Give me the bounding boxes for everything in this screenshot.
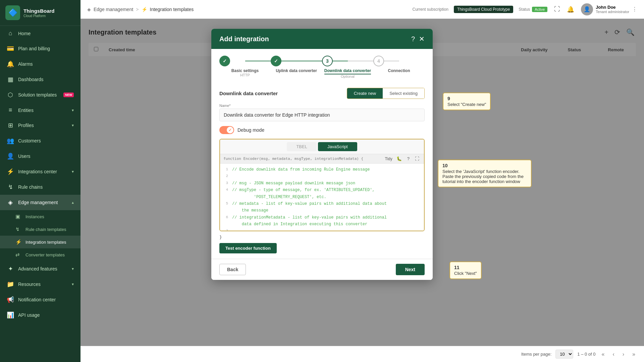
- sidebar-item-dashboards[interactable]: ▦ Dashboards: [0, 72, 80, 87]
- code-line: 4 // msgType - type of message, for ex. …: [220, 187, 424, 193]
- step-1-circle: ✓: [219, 56, 230, 66]
- user-name: John Doe: [596, 5, 629, 10]
- resources-icon: 📁: [7, 281, 14, 288]
- last-page-button[interactable]: »: [630, 351, 637, 358]
- sidebar-sub-item-instances[interactable]: ▣ Instances: [0, 210, 80, 223]
- sidebar-item-users[interactable]: 👤 Users: [0, 148, 80, 164]
- subscription-label: Current subscription: [413, 7, 448, 12]
- downlink-section-header: Downlink data converter Create new Selec…: [219, 88, 425, 99]
- sidebar-item-plan-billing[interactable]: 💳 Plan and billing: [0, 41, 80, 56]
- step-3-circle: 3: [322, 56, 333, 66]
- dialog-header: Add integration ? ✕: [211, 29, 433, 49]
- tbel-tab[interactable]: TBEL: [287, 142, 317, 151]
- callout-9: 9 Select "Create new": [443, 93, 491, 110]
- back-button[interactable]: Back: [219, 264, 246, 275]
- prev-page-button[interactable]: ‹: [610, 351, 616, 358]
- integration-tmpl-icon: ⚡: [15, 239, 22, 245]
- chevron-down-icon: ▾: [72, 123, 74, 128]
- sidebar-item-home[interactable]: ⌂ Home: [0, 26, 80, 41]
- sidebar-item-label: Plan and billing: [18, 46, 74, 51]
- next-page-button[interactable]: ›: [621, 351, 626, 358]
- user-info[interactable]: 👤 John Doe Tenant administrator ⋮: [581, 3, 637, 15]
- test-encoder-button[interactable]: Test encoder function: [219, 243, 277, 253]
- items-per-page-select[interactable]: 10 25 50: [555, 350, 573, 359]
- sidebar-item-solution-templates[interactable]: ⬡ Solution templates NEW: [0, 87, 80, 103]
- dialog-help-button[interactable]: ?: [411, 35, 415, 43]
- debug-toggle[interactable]: ✓: [219, 126, 234, 134]
- plan-icon: 💳: [7, 45, 14, 52]
- select-existing-button[interactable]: Select existing: [383, 88, 424, 99]
- modal-overlay: Add integration ? ✕ ✓ Basic settings: [80, 19, 644, 346]
- sidebar-item-api-usage[interactable]: 📊 API usage: [0, 307, 80, 323]
- home-icon: ⌂: [7, 30, 14, 37]
- add-integration-dialog: Add integration ? ✕ ✓ Basic settings: [211, 29, 433, 280]
- toggle-knob: ✓: [227, 127, 233, 133]
- step-2: ✓ Uplink data converter: [271, 56, 322, 73]
- next-button[interactable]: Next: [396, 264, 425, 275]
- dialog-title: Add integration: [219, 35, 269, 43]
- sidebar-item-advanced-features[interactable]: ✦ Advanced features ▾: [0, 261, 80, 277]
- sidebar-item-label: Resources: [18, 282, 68, 287]
- customers-icon: 👥: [7, 137, 14, 144]
- code-tabs: TBEL JavaScript: [220, 139, 424, 154]
- name-input[interactable]: [219, 109, 425, 121]
- javascript-tab[interactable]: JavaScript: [318, 142, 357, 151]
- fullscreen-button[interactable]: ⛶: [553, 4, 561, 14]
- first-page-button[interactable]: «: [600, 351, 607, 358]
- check-icon: ✓: [228, 128, 232, 132]
- stepper: ✓ Basic settings HTTP ✓ Uplink data conv…: [211, 49, 433, 82]
- sidebar-item-label: Profiles: [18, 123, 68, 128]
- step-1: ✓ Basic settings HTTP: [219, 56, 271, 77]
- create-new-button[interactable]: Create new: [347, 88, 383, 99]
- entities-icon: ≡: [7, 107, 14, 114]
- tidy-button[interactable]: Tidy: [385, 157, 392, 161]
- sidebar-item-customers[interactable]: 👥 Customers: [0, 133, 80, 148]
- sidebar-item-entities[interactable]: ≡ Entities ▾: [0, 103, 80, 118]
- notifications-button[interactable]: 🔔: [566, 4, 576, 14]
- sidebar-item-edge-management[interactable]: ◈ Edge management ▴: [0, 195, 80, 210]
- step-1-label: Basic settings: [231, 68, 259, 73]
- breadcrumb-current: Integration templates: [150, 7, 194, 12]
- code-line: data defined in Integration executing th…: [220, 221, 424, 228]
- code-body[interactable]: 1 // Encode downlink data from incoming …: [220, 164, 424, 231]
- downlink-toggle-group: Create new Select existing: [347, 88, 425, 99]
- sidebar-item-notification-center[interactable]: 📢 Notification center: [0, 292, 80, 307]
- step-4-circle: 4: [373, 56, 384, 66]
- name-input-label: Name*: [219, 104, 425, 108]
- dialog-close-button[interactable]: ✕: [419, 35, 425, 43]
- sidebar-sub-item-label: Converter templates: [25, 252, 65, 257]
- chevron-down-icon: ▾: [72, 108, 74, 113]
- sidebar-item-profiles[interactable]: ⊞ Profiles ▾: [0, 118, 80, 133]
- downlink-section-label: Downlink data converter: [219, 90, 278, 96]
- chevron-down-icon: ▾: [72, 169, 74, 174]
- name-input-group: Name*: [219, 104, 425, 121]
- breadcrumb-edge-label[interactable]: Edge management: [94, 7, 133, 12]
- code-line: 2: [220, 173, 424, 180]
- help-icon[interactable]: ?: [406, 156, 411, 162]
- dashboards-icon: ▦: [7, 76, 14, 83]
- code-line: 5 // metadata - list of key-value pairs …: [220, 200, 424, 207]
- sidebar-sub-item-rule-chain-templates[interactable]: ↯ Rule chain templates: [0, 223, 80, 236]
- sidebar-item-rule-chains[interactable]: ↯ Rule chains: [0, 179, 80, 195]
- advanced-icon: ✦: [7, 265, 14, 273]
- user-role: Tenant administrator: [596, 10, 629, 14]
- sidebar-logo[interactable]: 🔷 ThingsBoard Cloud Platform: [0, 0, 80, 26]
- fullscreen-code-icon[interactable]: ⛶: [414, 156, 421, 162]
- debug-label: Debug mode: [237, 127, 264, 133]
- sidebar-sub-item-integration-templates[interactable]: ⚡ Integration templates: [0, 236, 80, 248]
- user-avatar: 👤: [581, 3, 593, 15]
- sidebar-item-integrations-center[interactable]: ⚡ Integrations center ▾: [0, 164, 80, 179]
- page-range: 1 – 0 of 0: [577, 352, 595, 357]
- sidebar-sub-item-converter-templates[interactable]: ⇄ Converter templates: [0, 248, 80, 261]
- sidebar-item-label: Integrations center: [18, 169, 68, 174]
- bug-icon[interactable]: 🐛: [395, 156, 403, 162]
- sidebar-item-resources[interactable]: 📁 Resources ▾: [0, 277, 80, 292]
- step-3-label: Downlink data converter: [324, 68, 371, 74]
- sidebar-item-label: Advanced features: [18, 266, 68, 272]
- code-toolbar: function Encoder(msg, metadata, msgType,…: [220, 154, 424, 164]
- sidebar-item-label: Users: [18, 154, 74, 159]
- instances-icon: ▣: [15, 214, 22, 220]
- callout-9-num: 9: [447, 96, 486, 101]
- sidebar-item-alarms[interactable]: 🔔 Alarms: [0, 56, 80, 72]
- code-line: 7: [220, 228, 424, 231]
